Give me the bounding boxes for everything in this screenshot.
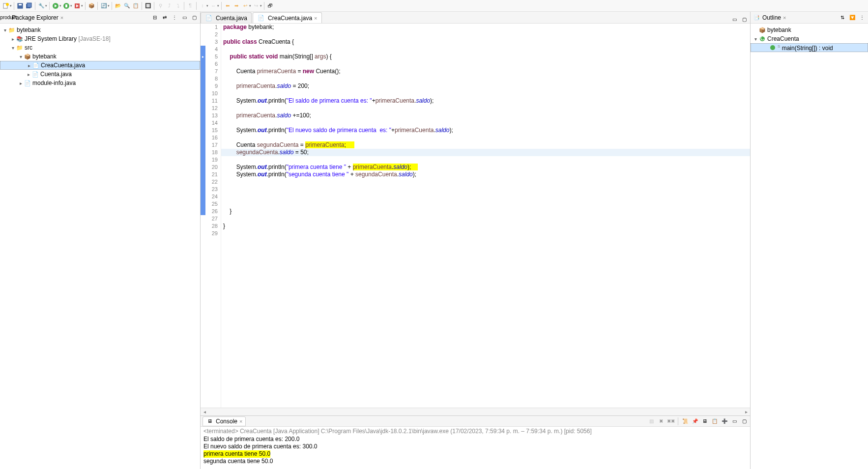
display-icon[interactable]: 🖥 xyxy=(701,417,709,425)
back2-icon[interactable]: ↩ xyxy=(241,2,249,10)
maximize-icon[interactable]: ▢ xyxy=(740,417,748,425)
editor-tabs: 📄 Cuenta.java 📄 CreaCuenta.java × ▭ ▢ xyxy=(201,12,750,24)
dropdown-icon[interactable]: ▾ xyxy=(45,4,47,8)
run-ext-icon[interactable] xyxy=(73,2,81,10)
minimize-icon[interactable]: ▭ xyxy=(730,417,738,425)
tree-package[interactable]: ▾ 📦 bytebank xyxy=(0,52,200,61)
scroll-right-icon[interactable]: ▸ xyxy=(742,409,750,414)
collapse-icon[interactable]: ⊟ xyxy=(151,14,159,22)
expand-icon[interactable]: ▸ xyxy=(26,63,32,68)
class-icon: C xyxy=(758,35,766,43)
expand-icon[interactable]: ▸ xyxy=(10,36,16,42)
dropdown-icon[interactable]: ▾ xyxy=(81,4,83,8)
separator xyxy=(264,2,264,10)
save-all-icon[interactable] xyxy=(25,2,33,10)
task-icon[interactable]: 📋 xyxy=(132,2,140,10)
maximize-icon[interactable]: ▢ xyxy=(190,14,198,22)
forward2-icon[interactable]: ↪ xyxy=(252,2,260,10)
tree-module[interactable]: ▸ 📄 module-info.java xyxy=(0,79,200,87)
build-icon[interactable]: 🔧 xyxy=(37,2,45,10)
scroll-left-icon[interactable]: ◂ xyxy=(201,409,208,414)
back-icon[interactable]: ⬅ xyxy=(224,2,231,10)
open-type-icon[interactable]: 📂 xyxy=(114,2,122,10)
dropdown-icon[interactable]: ▾ xyxy=(70,4,72,8)
nav-icon[interactable]: ⤴ xyxy=(165,2,173,10)
svg-point-1 xyxy=(6,3,9,6)
filter-icon[interactable]: 🔽 xyxy=(848,14,856,22)
nav-icon[interactable]: ↔ xyxy=(209,2,217,10)
code-area[interactable]: package bytebank;public class CreaCuenta… xyxy=(221,24,750,408)
expand-icon[interactable]: ▾ xyxy=(752,36,758,42)
open-console-icon[interactable]: 📋 xyxy=(711,417,719,425)
new-console-icon[interactable]: ➕ xyxy=(721,417,728,425)
tree-label: bytebank xyxy=(17,27,41,33)
marker-strip: ▸ xyxy=(201,24,205,408)
forward-icon[interactable]: ➡ xyxy=(232,2,240,10)
tree-jre[interactable]: ▸ 📚 JRE System Library [JavaSE-18] xyxy=(0,34,200,43)
toggle-icon[interactable]: 🔲 xyxy=(144,2,152,10)
menu-icon[interactable]: ⋮ xyxy=(171,14,178,22)
horizontal-scrollbar[interactable]: ◂ ▸ xyxy=(201,408,750,415)
package-icon: 📦 xyxy=(758,26,766,34)
scroll-lock-icon[interactable]: 📜 xyxy=(681,417,689,425)
code-editor[interactable]: ▸ 12345678910111213141516171819202122232… xyxy=(201,24,750,408)
expand-icon[interactable]: ▾ xyxy=(2,28,8,33)
dropdown-icon[interactable]: ▾ xyxy=(59,4,61,8)
tree-label: JRE System Library [JavaSE-18] xyxy=(25,35,111,42)
outline-method[interactable]: S main(String[]) : void xyxy=(751,43,868,52)
dropdown-icon[interactable]: ▾ xyxy=(206,4,208,8)
expand-icon[interactable]: ▸ xyxy=(18,81,24,86)
remove-all-icon[interactable]: ✖✖ xyxy=(667,417,675,425)
link-icon[interactable]: ⇄ xyxy=(161,14,169,22)
dropdown-icon[interactable]: ▾ xyxy=(249,4,251,8)
package-explorer-panel: �product Package Explorer × ⊟ ⇄ ⋮ ▭ ▢ ▾ … xyxy=(0,12,201,469)
sort-icon[interactable]: ⇅ xyxy=(839,14,846,22)
maximize-icon[interactable]: ▢ xyxy=(740,15,748,23)
search-icon[interactable]: 🔍 xyxy=(123,2,131,10)
close-icon[interactable]: × xyxy=(239,418,242,424)
dropdown-icon[interactable]: ▾ xyxy=(217,4,219,8)
dropdown-icon[interactable]: ▾ xyxy=(260,4,262,8)
menu-icon[interactable]: ⋮ xyxy=(858,14,866,22)
console-tab[interactable]: 🖥 Console × xyxy=(203,416,246,426)
remove-icon[interactable]: ✖ xyxy=(657,417,665,425)
tree-src[interactable]: ▾ 📁 src xyxy=(0,43,200,52)
close-icon[interactable]: × xyxy=(314,15,317,21)
expand-icon[interactable]: ▾ xyxy=(10,45,16,51)
console-output[interactable]: El saldo de primera cuenta es: 200.0El n… xyxy=(201,436,750,469)
package-icon[interactable]: 📦 xyxy=(87,2,95,10)
nav-icon[interactable]: ⚲ xyxy=(156,2,164,10)
outline-class[interactable]: ▾ C CreaCuenta xyxy=(751,34,868,43)
nav-icon[interactable]: ⤵ xyxy=(174,2,182,10)
package-explorer-tree[interactable]: ▾ 📁 bytebank ▸ 📚 JRE System Library [Jav… xyxy=(0,24,200,469)
tree-file[interactable]: ▸ 📄 Cuenta.java xyxy=(0,70,200,79)
svg-text:C: C xyxy=(760,36,765,42)
tree-project[interactable]: ▾ 📁 bytebank xyxy=(0,26,200,34)
dropdown-icon[interactable]: ▾ xyxy=(10,4,12,8)
separator xyxy=(112,2,112,10)
run-icon[interactable] xyxy=(52,2,59,10)
refresh-icon[interactable]: 🔄 xyxy=(100,2,108,10)
editor-tab[interactable]: 📄 Cuenta.java xyxy=(201,12,252,23)
minimize-icon[interactable]: ▭ xyxy=(180,14,188,22)
main-toolbar: ▾ 🔧▾ ▾ ▾ ▾ 📦 🔄▾ 📂 🔍 📋 🔲 ⚲ ⤴ ⤵ ¶ ↕▾ ↔▾ ⬅ … xyxy=(0,0,868,12)
separator xyxy=(154,2,154,10)
editor-tab[interactable]: 📄 CreaCuenta.java × xyxy=(253,12,322,23)
close-icon[interactable]: × xyxy=(60,15,63,21)
minimize-icon[interactable]: ▭ xyxy=(730,15,738,23)
expand-icon[interactable]: ▸ xyxy=(26,72,31,77)
nav-icon[interactable]: ↕ xyxy=(199,2,206,10)
perspective-icon[interactable]: 🗗 xyxy=(266,2,274,10)
close-icon[interactable]: × xyxy=(783,15,786,21)
outline-tree[interactable]: 📦 bytebank ▾ C CreaCuenta S main(String[… xyxy=(751,24,868,469)
new-icon[interactable] xyxy=(2,2,10,10)
nav-icon[interactable]: ¶ xyxy=(186,2,194,10)
tree-file[interactable]: ▸ 📄 CreaCuenta.java xyxy=(0,61,200,70)
dropdown-icon[interactable]: ▾ xyxy=(108,4,110,8)
clear-icon[interactable]: ▤ xyxy=(647,417,655,425)
expand-icon[interactable]: ▾ xyxy=(18,54,24,59)
pin-icon[interactable]: 📌 xyxy=(691,417,699,425)
debug-icon[interactable] xyxy=(62,2,70,10)
outline-package[interactable]: 📦 bytebank xyxy=(751,26,868,34)
save-icon[interactable] xyxy=(16,2,24,10)
